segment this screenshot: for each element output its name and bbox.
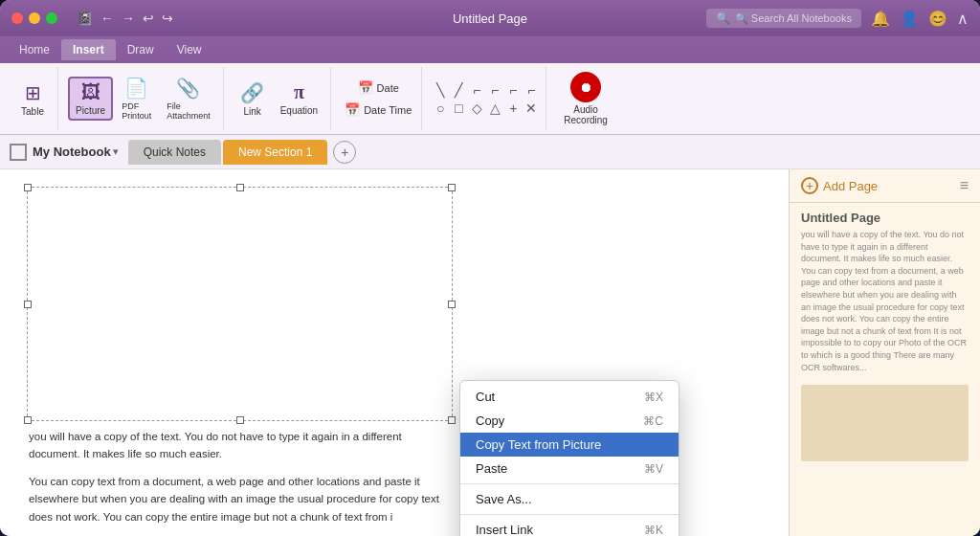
emoji-icon[interactable]: 😊 — [928, 10, 947, 28]
back-icon[interactable]: ← — [100, 11, 114, 26]
handle-tc — [236, 184, 244, 191]
ribbon-tabs: Home Insert Draw View — [0, 36, 980, 63]
notifications-icon[interactable]: 🔔 — [871, 10, 890, 28]
app-window: 📓 ← → ↩ ↪ Untitled Page 🔍 🔍 Search All N… — [0, 0, 980, 536]
maximize-button[interactable] — [46, 12, 57, 24]
audio-label: AudioRecording — [564, 104, 608, 125]
search-bar[interactable]: 🔍 🔍 Search All Notebooks — [706, 9, 861, 28]
redo-icon[interactable]: ↪ — [162, 11, 173, 26]
separator-1 — [460, 483, 679, 484]
file-attachment-button[interactable]: 📎 FileAttachment — [160, 73, 217, 124]
bracket-shape[interactable]: ⌐ — [504, 81, 522, 99]
title-bar-actions: 🔔 👤 😊 ∧ — [871, 10, 969, 28]
traffic-lights — [11, 12, 57, 24]
page-title: Untitled Page — [801, 211, 969, 225]
section-quick-notes[interactable]: Quick Notes — [128, 140, 221, 165]
nav-icons: 📓 ← → ↩ ↪ — [77, 11, 173, 26]
equation-button[interactable]: π Equation — [274, 78, 324, 120]
angle-shape[interactable]: ⌐ — [468, 81, 485, 99]
tab-draw[interactable]: Draw — [116, 39, 166, 60]
tab-insert[interactable]: Insert — [61, 39, 116, 60]
content-area[interactable]: you will have a copy of the text. You do… — [0, 169, 789, 536]
page-list-item[interactable]: Untitled Page you will have a copy of th… — [790, 203, 980, 381]
context-menu: Cut ⌘X Copy ⌘C Copy Text from Picture Pa… — [459, 380, 679, 536]
account-icon[interactable]: 👤 — [900, 10, 919, 28]
date-time-label: Date Time — [364, 104, 412, 116]
handle-mr — [448, 301, 456, 308]
menu-paste[interactable]: Paste ⌘V — [460, 457, 679, 480]
pdf-printout-button[interactable]: 📄 PDFPrintout — [115, 73, 158, 124]
copy-shortcut: ⌘C — [643, 414, 663, 428]
square-shape[interactable]: □ — [450, 100, 467, 117]
menu-insert-link[interactable]: Insert Link ⌘K — [460, 518, 679, 536]
link-button[interactable]: 🔗 Link — [234, 78, 272, 121]
notebook-dropdown-icon[interactable]: ▾ — [113, 145, 119, 158]
notebook-title[interactable]: My Notebook — [33, 145, 111, 159]
picture-button[interactable]: 🖼 Picture — [68, 77, 113, 121]
shapes-palette: ╲ ╱ ⌐ ⌐ ⌐ ⌐ ○ □ ◇ △ + ✕ — [432, 81, 540, 117]
pdf-icon: 📄 — [124, 77, 148, 100]
zigzag-shape[interactable]: ⌐ — [486, 81, 503, 99]
plus-shape[interactable]: + — [504, 100, 522, 117]
picture-label: Picture — [76, 105, 105, 116]
equation-label: Equation — [280, 105, 318, 116]
cross-shape[interactable]: ✕ — [523, 100, 540, 117]
handle-ml — [24, 301, 32, 308]
undo-icon[interactable]: ↩ — [143, 11, 154, 26]
menu-copy-text-from-picture[interactable]: Copy Text from Picture — [460, 433, 679, 457]
minimize-button[interactable] — [29, 12, 40, 24]
ribbon-content: ⊞ Table 🖼 Picture 📄 PDFPrintout 📎 FileAt… — [0, 63, 980, 135]
table-button[interactable]: ⊞ Table — [13, 78, 52, 121]
audio-icon: ⏺ — [570, 72, 601, 102]
ribbon-group-table: ⊞ Table — [8, 67, 58, 130]
file-label: FileAttachment — [167, 101, 211, 121]
paste-label: Paste — [476, 461, 507, 476]
menu-cut[interactable]: Cut ⌘X — [460, 385, 679, 409]
menu-copy[interactable]: Copy ⌘C — [460, 409, 679, 433]
handle-br — [448, 416, 456, 424]
ribbon-group-audio: ⏺ AudioRecording — [550, 67, 621, 130]
ribbon-group-shapes: ╲ ╱ ⌐ ⌐ ⌐ ⌐ ○ □ ◇ △ + ✕ — [426, 67, 546, 130]
main-area: you will have a copy of the text. You do… — [0, 169, 980, 536]
clock-icon: 📅 — [345, 102, 360, 117]
add-page-icon: + — [801, 177, 818, 194]
notebook-bar: My Notebook ▾ Quick Notes New Section 1 … — [0, 135, 980, 169]
section-new-section[interactable]: New Section 1 — [223, 140, 327, 165]
tab-view[interactable]: View — [166, 39, 213, 60]
paragraph-2: You can copy text from a document, a web… — [29, 473, 455, 525]
link-label: Link — [244, 106, 261, 117]
audio-recording-button[interactable]: ⏺ AudioRecording — [556, 69, 615, 128]
cut-shortcut: ⌘X — [644, 391, 663, 404]
panel-header: + Add Page ≡ — [790, 169, 980, 203]
cut-label: Cut — [476, 390, 495, 404]
collapse-icon[interactable]: ∧ — [957, 10, 969, 28]
line-shape[interactable]: ╲ — [432, 81, 449, 99]
attachment-icon: 📎 — [176, 77, 200, 100]
line2-shape[interactable]: ╱ — [450, 81, 467, 99]
ribbon-group-datetime: 📅 Date 📅 Date Time — [335, 67, 422, 130]
panel-menu-icon[interactable]: ≡ — [960, 177, 969, 194]
add-section-button[interactable]: + — [333, 141, 356, 164]
diamond-shape[interactable]: ◇ — [468, 100, 485, 117]
equation-icon: π — [294, 81, 304, 103]
search-icon: 🔍 — [716, 11, 730, 25]
ribbon: Home Insert Draw View ⊞ Table 🖼 Picture — [0, 36, 980, 135]
oval-shape[interactable]: ○ — [432, 100, 449, 117]
insert-link-label: Insert Link — [476, 523, 533, 536]
bracket2-shape[interactable]: ⌐ — [523, 81, 540, 99]
date-time-button[interactable]: 📅 Date Time — [341, 100, 415, 119]
close-button[interactable] — [11, 12, 23, 24]
menu-save-as[interactable]: Save As... — [460, 487, 679, 511]
notebook-icon-small — [10, 144, 27, 161]
date-button[interactable]: 📅 Date — [354, 78, 403, 97]
triangle-shape[interactable]: △ — [486, 100, 503, 117]
save-as-label: Save As... — [476, 492, 532, 506]
page-preview: you will have a copy of the text. You do… — [801, 229, 969, 373]
forward-icon[interactable]: → — [122, 11, 135, 26]
date-label: Date — [377, 82, 399, 94]
handle-tl — [24, 184, 32, 191]
search-placeholder: 🔍 Search All Notebooks — [735, 12, 852, 25]
right-panel: + Add Page ≡ Untitled Page you will have… — [789, 169, 980, 536]
tab-home[interactable]: Home — [8, 39, 61, 60]
add-page-button[interactable]: + Add Page — [801, 177, 878, 194]
